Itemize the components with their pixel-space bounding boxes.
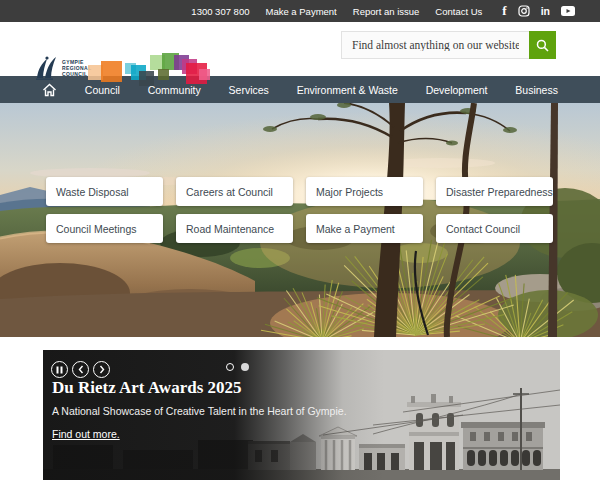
nav-services[interactable]: Services — [229, 84, 269, 96]
previous-slide-button[interactable] — [72, 361, 89, 378]
carousel-dots — [226, 363, 249, 371]
news-carousel: Du Rietz Art Awards 2025 A National Show… — [43, 350, 560, 480]
next-slide-button[interactable] — [93, 361, 110, 378]
site-search — [341, 31, 556, 59]
quicklink-careers-at-council[interactable]: Careers at Council — [176, 177, 293, 206]
youtube-icon[interactable] — [561, 6, 575, 16]
instagram-icon[interactable] — [518, 5, 530, 17]
quicklink-major-projects[interactable]: Major Projects — [306, 177, 423, 206]
quicklink-road-maintenance[interactable]: Road Maintenance — [176, 214, 293, 243]
slide-subtitle: A National Showcase of Creative Talent i… — [52, 405, 347, 417]
site-header: GYMPIE REGIONAL COUNCIL — [0, 22, 600, 76]
slide-title: Du Rietz Art Awards 2025 — [52, 378, 242, 398]
logo-color-blocks-icon — [88, 52, 218, 92]
nav-environment-waste[interactable]: Environment & Waste — [297, 84, 398, 96]
search-input[interactable] — [341, 31, 529, 59]
carousel-controls — [51, 361, 110, 378]
quicklink-waste-disposal[interactable]: Waste Disposal — [46, 177, 163, 206]
council-emblem-icon — [33, 54, 59, 82]
quicklink-make-a-payment[interactable]: Make a Payment — [306, 214, 423, 243]
quicklink-disaster-preparedness[interactable]: Disaster Preparedness — [436, 177, 553, 206]
social-links: f in — [502, 3, 575, 19]
home-icon — [42, 83, 57, 97]
nav-business[interactable]: Business — [515, 84, 558, 96]
search-button[interactable] — [529, 31, 556, 59]
topbar-make-a-payment[interactable]: Make a Payment — [265, 6, 336, 17]
nav-development[interactable]: Development — [426, 84, 488, 96]
hero-banner: Waste Disposal Careers at Council Major … — [0, 103, 600, 337]
top-utility-bar: 1300 307 800 Make a Payment Report an is… — [0, 0, 600, 22]
topbar-report-an-issue[interactable]: Report an issue — [353, 6, 420, 17]
search-icon — [536, 39, 549, 52]
quicklink-contact-council[interactable]: Contact Council — [436, 214, 553, 243]
linkedin-icon[interactable]: in — [541, 5, 550, 17]
quicklink-council-meetings[interactable]: Council Meetings — [46, 214, 163, 243]
carousel-slide-content: Du Rietz Art Awards 2025 A National Show… — [43, 350, 560, 480]
nav-home[interactable] — [42, 83, 57, 97]
carousel-dot-2[interactable] — [241, 363, 249, 371]
carousel-dot-1[interactable] — [226, 363, 234, 371]
chevron-left-icon — [77, 365, 85, 374]
chevron-right-icon — [98, 365, 106, 374]
council-logo[interactable]: GYMPIE REGIONAL COUNCIL — [33, 54, 92, 82]
quick-links: Waste Disposal Careers at Council Major … — [46, 177, 553, 243]
phone-number[interactable]: 1300 307 800 — [191, 6, 249, 17]
pause-button[interactable] — [51, 361, 68, 378]
facebook-icon[interactable]: f — [502, 3, 506, 19]
topbar-contact-us[interactable]: Contact Us — [435, 6, 482, 17]
pause-icon — [56, 366, 63, 374]
find-out-more-link[interactable]: Find out more. — [52, 428, 120, 440]
